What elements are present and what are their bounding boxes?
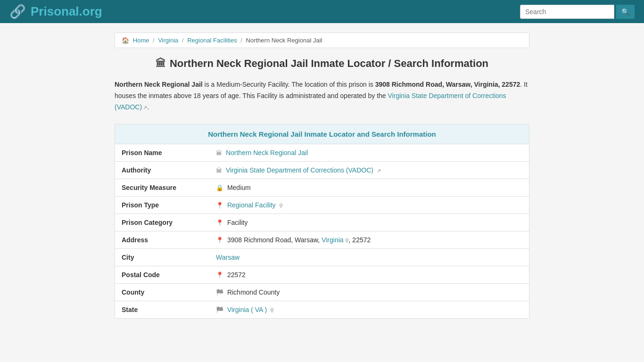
section-header-text: Northern Neck Regional Jail Inmate Locat… [208, 130, 436, 138]
table-row: Postal Code 📍 22572 [115, 266, 529, 284]
authority-icon: 🏛 [216, 167, 222, 174]
main-content: 🏠 Home / Virginia / Regional Facilities … [110, 33, 534, 319]
prison-type-ext-icon: ⚲ [279, 203, 283, 208]
breadcrumb-home[interactable]: Home [133, 37, 149, 44]
prison-name-link[interactable]: Northern Neck Regional Jail [226, 149, 308, 156]
logo-domain: .org [79, 4, 102, 18]
value-prison-name: 🏛 Northern Neck Regional Jail [209, 144, 529, 162]
value-postal: 📍 22572 [209, 266, 529, 284]
value-authority: 🏛 Virginia State Department of Correctio… [209, 162, 529, 179]
table-row: Address 📍 3908 Richmond Road, Warsaw, Vi… [115, 231, 529, 249]
label-state: State [115, 301, 209, 319]
address-ext-icon: ⚲ [345, 238, 349, 243]
table-row: Authority 🏛 Virginia State Department of… [115, 162, 529, 179]
address-icon: 📍 [216, 237, 223, 244]
label-county: County [115, 284, 209, 301]
logo-text: Prisonal.org [31, 4, 102, 19]
breadcrumb-virginia[interactable]: Virginia [158, 37, 178, 44]
label-authority: Authority [115, 162, 209, 179]
address-street: 3908 Richmond Road, Warsaw, [227, 236, 322, 244]
label-prison-name: Prison Name [115, 144, 209, 162]
logo-icon: 🔗 [9, 4, 26, 19]
value-prison-category: 📍 Facility [209, 214, 529, 231]
desc-text1: is a Medium-Security Facility. The locat… [203, 81, 375, 88]
logo-area: 🔗 Prisonal.org [9, 4, 102, 19]
table-row: Security Measure 🔒 Medium [115, 179, 529, 197]
value-address: 📍 3908 Richmond Road, Warsaw, Virginia⚲,… [209, 231, 529, 249]
table-row: Prison Type 📍 Regional Facility ⚲ [115, 197, 529, 214]
description: Northern Neck Regional Jail is a Medium-… [115, 79, 529, 113]
label-security: Security Measure [115, 179, 209, 197]
authority-ext-icon: ↗ [377, 168, 381, 173]
table-row: Prison Category 📍 Facility [115, 214, 529, 231]
ext-link-icon: ↗ [143, 105, 147, 110]
desc-text3: . [147, 103, 149, 111]
value-state: 🏁 Virginia ( VA ) ⚲ [209, 301, 529, 319]
postal-value: 22572 [227, 271, 246, 279]
value-county: 🏁 Richmond County [209, 284, 529, 301]
breadcrumb: 🏠 Home / Virginia / Regional Facilities … [115, 33, 529, 48]
state-link[interactable]: Virginia ( VA ) [227, 306, 267, 313]
info-section: Northern Neck Regional Jail Inmate Locat… [115, 124, 529, 319]
county-value: Richmond County [227, 288, 280, 296]
table-row: State 🏁 Virginia ( VA ) ⚲ [115, 301, 529, 319]
state-ext-icon: ⚲ [270, 307, 274, 313]
search-icon: 🔍 [621, 8, 629, 16]
prison-type-link[interactable]: Regional Facility [227, 201, 276, 209]
security-icon: 🔒 [216, 184, 223, 191]
security-value: Medium [227, 184, 251, 191]
table-row: City Warsaw [115, 249, 529, 266]
prison-type-icon: 📍 [216, 202, 223, 209]
label-address: Address [115, 231, 209, 249]
breadcrumb-sep-3: / [240, 37, 242, 44]
breadcrumb-current: Northern Neck Regional Jail [246, 37, 322, 44]
building-icon: 🏛 [156, 58, 166, 70]
search-button[interactable]: 🔍 [616, 5, 635, 19]
site-header: 🔗 Prisonal.org 🔍 [0, 0, 644, 23]
address-zip: , 22572 [349, 236, 371, 244]
postal-icon: 📍 [216, 272, 223, 279]
prison-category-icon: 📍 [216, 219, 223, 226]
address-state-link[interactable]: Virginia [322, 236, 343, 244]
authority-link[interactable]: Virginia State Department of Corrections… [226, 166, 373, 174]
info-table: Prison Name 🏛 Northern Neck Regional Jai… [115, 144, 529, 318]
label-postal: Postal Code [115, 266, 209, 284]
value-security: 🔒 Medium [209, 179, 529, 197]
home-icon: 🏠 [122, 37, 129, 44]
page-title-text: Northern Neck Regional Jail Inmate Locat… [170, 58, 488, 70]
logo-name: Prisonal [31, 4, 79, 18]
city-link[interactable]: Warsaw [216, 254, 239, 261]
value-prison-type: 📍 Regional Facility ⚲ [209, 197, 529, 214]
address-bold: 3908 Richmond Road, Warsaw, Virginia, 22… [375, 81, 520, 88]
table-row: Prison Name 🏛 Northern Neck Regional Jai… [115, 144, 529, 162]
facility-name-bold: Northern Neck Regional Jail [115, 81, 203, 88]
label-prison-category: Prison Category [115, 214, 209, 231]
section-header: Northern Neck Regional Jail Inmate Locat… [115, 124, 529, 144]
prison-name-icon: 🏛 [216, 149, 222, 156]
page-title: 🏛 Northern Neck Regional Jail Inmate Loc… [115, 58, 529, 70]
county-icon: 🏁 [216, 289, 223, 296]
breadcrumb-regional[interactable]: Regional Facilities [187, 37, 237, 44]
state-icon: 🏁 [216, 306, 223, 313]
label-prison-type: Prison Type [115, 197, 209, 214]
search-area: 🔍 [520, 5, 635, 19]
label-city: City [115, 249, 209, 266]
table-row: County 🏁 Richmond County [115, 284, 529, 301]
breadcrumb-sep-2: / [182, 37, 184, 44]
search-input[interactable] [520, 5, 614, 19]
value-city: Warsaw [209, 249, 529, 266]
breadcrumb-sep-1: / [153, 37, 155, 44]
prison-category-value: Facility [227, 219, 248, 226]
